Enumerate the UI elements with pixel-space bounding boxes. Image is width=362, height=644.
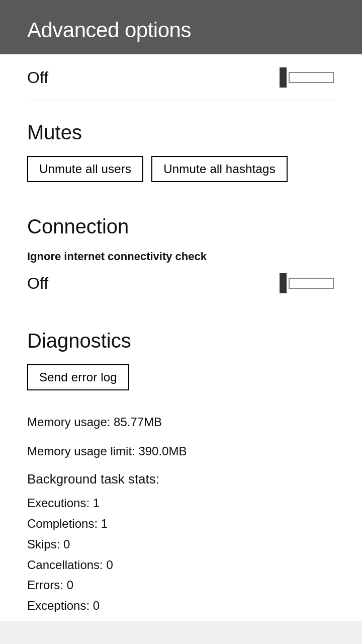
stats-completions: Completions: 1 — [27, 514, 335, 534]
toggle-track — [289, 278, 334, 289]
page-content: Off Mutes Unmute all users Unmute all ha… — [0, 54, 362, 621]
toggle-track — [289, 72, 334, 83]
mutes-buttons-row: Unmute all users Unmute all hashtags — [27, 156, 335, 182]
connection-section: Connection Ignore internet connectivity … — [27, 195, 335, 314]
stats-skips: Skips: 0 — [27, 534, 335, 555]
unmute-all-hashtags-button[interactable]: Unmute all hashtags — [151, 156, 288, 182]
send-error-log-button[interactable]: Send error log — [27, 364, 129, 390]
connection-toggle-label: Off — [27, 274, 48, 293]
top-toggle-label: Off — [27, 68, 48, 87]
unmute-all-users-button[interactable]: Unmute all users — [27, 156, 143, 182]
mutes-section: Mutes Unmute all users Unmute all hashta… — [27, 101, 335, 195]
diagnostics-section-title: Diagnostics — [27, 330, 335, 352]
stats-cancellations: Cancellations: 0 — [27, 555, 335, 576]
diagnostics-buttons-row: Send error log — [27, 364, 335, 390]
stats-executions: Executions: 1 — [27, 493, 335, 514]
memory-usage-limit-text: Memory usage limit: 390.0MB — [27, 443, 335, 460]
connection-toggle-row: Off — [27, 267, 335, 309]
toggle-indicator — [280, 67, 287, 88]
mutes-section-title: Mutes — [27, 121, 335, 144]
page-title: Advanced options — [27, 18, 191, 42]
background-task-stats: Background task stats: Executions: 1 Com… — [27, 471, 335, 616]
background-task-stats-title: Background task stats: — [27, 471, 335, 487]
toggle-indicator — [280, 273, 287, 293]
memory-usage-text: Memory usage: 85.77MB — [27, 414, 335, 431]
page-header: Advanced options — [0, 0, 362, 54]
diagnostics-section: Diagnostics Send error log Memory usage:… — [27, 314, 335, 621]
connection-section-title: Connection — [27, 215, 335, 238]
stats-errors: Errors: 0 — [27, 575, 335, 596]
top-toggle-row: Off — [27, 54, 335, 101]
connection-toggle-switch[interactable] — [280, 272, 335, 294]
connection-subtitle: Ignore internet connectivity check — [27, 250, 335, 263]
stats-exceptions: Exceptions: 0 — [27, 596, 335, 616]
top-toggle-switch[interactable] — [280, 66, 335, 89]
